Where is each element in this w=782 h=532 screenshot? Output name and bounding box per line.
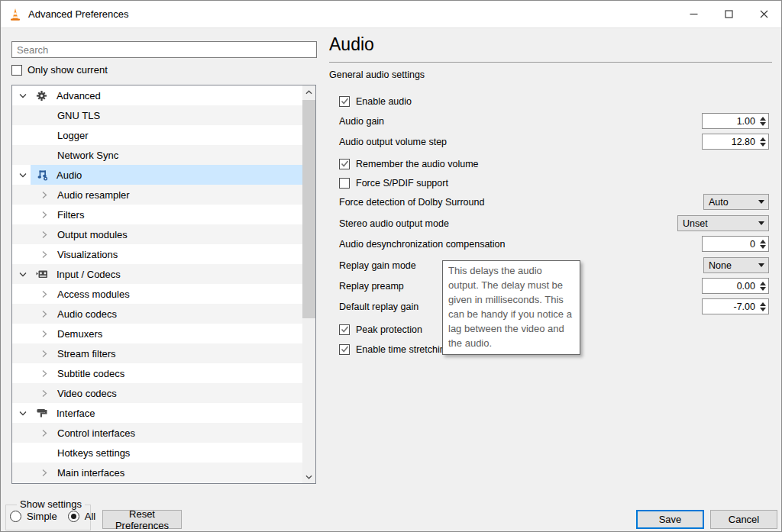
expander-chevron-right-icon[interactable] — [39, 429, 50, 437]
tree-item-logger[interactable]: Logger — [12, 125, 302, 145]
dropdown-value: Auto — [704, 197, 755, 208]
tree-scrollbar[interactable] — [302, 85, 315, 483]
tree-item-advanced[interactable]: Advanced — [12, 85, 302, 105]
expander-chevron-right-icon[interactable] — [39, 469, 50, 477]
tree-item-main-interfaces[interactable]: Main interfaces — [12, 463, 302, 482]
checkbox-checked-box[interactable] — [339, 96, 350, 107]
tree-item-stream-filters[interactable]: Stream filters — [12, 343, 302, 363]
tree-item-video-codecs[interactable]: Video codecs — [12, 383, 302, 403]
spin-down-icon[interactable] — [760, 122, 766, 126]
spinbox-audio-desynchronization-compensation[interactable]: 0 — [702, 236, 769, 252]
expander-chevron-right-icon[interactable] — [39, 369, 50, 378]
maximize-icon — [725, 10, 733, 18]
spinbox-value: 1.00 — [703, 116, 758, 127]
spin-down-icon[interactable] — [760, 308, 766, 311]
checkbox-checked-box[interactable] — [339, 324, 350, 335]
scroll-up-button[interactable] — [302, 85, 315, 98]
audio-icon — [35, 169, 48, 182]
checkbox-enable-audio[interactable]: Enable audio — [339, 93, 769, 110]
expander-chevron-right-icon[interactable] — [39, 250, 50, 259]
close-button[interactable] — [746, 1, 781, 27]
tree-item-label: Stream filters — [57, 348, 116, 360]
expander-chevron-right-icon[interactable] — [39, 211, 50, 219]
minimize-button[interactable] — [676, 1, 711, 27]
spin-up-icon[interactable] — [760, 302, 766, 306]
spinbox-default-replay-gain[interactable]: -7.00 — [702, 298, 769, 314]
tree-item-label: Main interfaces — [57, 467, 124, 479]
radio-simple[interactable]: Simple — [10, 511, 57, 522]
vlc-cone-icon — [8, 8, 22, 21]
tree-item-control-interfaces[interactable]: Control interfaces — [12, 423, 302, 443]
setting-label: Force detection of Dolby Surround — [339, 197, 484, 208]
tree-item-label: Visualizations — [57, 249, 118, 260]
spinbox-audio-output-volume-step[interactable]: 12.80 — [702, 134, 769, 150]
tree-item-label: Output modules — [57, 229, 128, 240]
tree-item-subtitle-codecs[interactable]: Subtitle codecs — [12, 363, 302, 383]
preferences-window: Advanced Preferences Only show current A… — [0, 0, 782, 532]
only-show-current-checkbox[interactable]: Only show current — [11, 64, 108, 76]
spin-up-icon[interactable] — [760, 137, 766, 141]
checkbox-box — [11, 65, 22, 76]
scroll-down-button[interactable] — [302, 470, 315, 483]
checkbox-checked-box[interactable] — [339, 344, 350, 355]
tree-item-label: Audio resampler — [57, 189, 130, 201]
spin-down-icon[interactable] — [760, 143, 766, 147]
setting-label: Replay preamp — [339, 281, 404, 292]
checkbox-unchecked-box[interactable] — [339, 178, 350, 189]
expander-chevron-right-icon[interactable] — [39, 330, 50, 338]
checkbox-force-s-pdif-support[interactable]: Force S/PDIF support — [339, 175, 769, 192]
spin-up-icon[interactable] — [760, 117, 766, 121]
tree-item-filters[interactable]: Filters — [12, 205, 302, 224]
tree-item-label: Filters — [57, 209, 84, 221]
expander-chevron-down-icon[interactable] — [18, 272, 28, 277]
tree-item-audio-codecs[interactable]: Audio codecs — [12, 304, 302, 324]
save-button[interactable]: Save — [636, 510, 704, 529]
spin-up-icon[interactable] — [760, 282, 766, 285]
tree-item-visualizations[interactable]: Visualizations — [12, 244, 302, 264]
radio-all[interactable]: All — [68, 511, 95, 522]
spinbox-replay-preamp[interactable]: 0.00 — [702, 278, 769, 294]
tree-item-label: Access modules — [57, 289, 130, 300]
radio-all-label: All — [85, 511, 95, 522]
cancel-button[interactable]: Cancel — [710, 510, 777, 529]
reset-preferences-button[interactable]: Reset Preferences — [102, 510, 182, 529]
scroll-thumb[interactable] — [302, 100, 315, 318]
tree-item-hotkeys-settings[interactable]: Hotkeys settings — [12, 443, 302, 463]
expander-chevron-down-icon[interactable] — [18, 172, 28, 178]
expander-chevron-down-icon[interactable] — [18, 93, 28, 98]
spinbox-audio-gain[interactable]: 1.00 — [702, 113, 769, 129]
setting-label: Audio desynchronization compensation — [339, 239, 506, 250]
expander-chevron-right-icon[interactable] — [39, 350, 50, 358]
tree-item-interface[interactable]: Interface — [12, 403, 302, 423]
tree-item-access-modules[interactable]: Access modules — [12, 284, 302, 304]
checkbox-checked-box[interactable] — [339, 159, 350, 169]
tree-item-playlist[interactable]: Playlist — [12, 482, 302, 484]
tree-item-audio[interactable]: Audio — [12, 165, 302, 185]
tree-item-label: Subtitle codecs — [57, 368, 124, 379]
spin-down-icon[interactable] — [760, 287, 766, 291]
spin-down-icon[interactable] — [760, 245, 766, 249]
setting-row-audio-output-volume-step: Audio output volume step12.80 — [339, 134, 769, 150]
dropdown-replay-gain-mode[interactable]: None — [703, 257, 769, 273]
dropdown-stereo-audio-output-mode[interactable]: Unset — [677, 215, 769, 231]
tree-item-gnu-tls[interactable]: GNU TLS — [12, 105, 302, 125]
expander-chevron-right-icon[interactable] — [39, 310, 50, 318]
tree-item-demuxers[interactable]: Demuxers — [12, 324, 302, 343]
expander-chevron-down-icon[interactable] — [18, 411, 28, 416]
radio-simple-label: Simple — [27, 511, 57, 522]
spin-up-icon[interactable] — [760, 240, 766, 243]
tree-item-network-sync[interactable]: Network Sync — [12, 145, 302, 165]
checkbox-remember-the-audio-volume[interactable]: Remember the audio volume — [339, 156, 769, 172]
search-input[interactable] — [11, 41, 317, 58]
maximize-button[interactable] — [711, 1, 746, 27]
tree-item-label: Input / Codecs — [57, 269, 121, 280]
tree-item-output-modules[interactable]: Output modules — [12, 224, 302, 244]
tree-item-label: GNU TLS — [57, 110, 100, 121]
expander-chevron-right-icon[interactable] — [39, 191, 50, 199]
tree-item-input-codecs[interactable]: Input / Codecs — [12, 264, 302, 284]
expander-chevron-right-icon[interactable] — [39, 231, 50, 239]
dropdown-force-detection-of-dolby-surround[interactable]: Auto — [703, 194, 769, 210]
expander-chevron-right-icon[interactable] — [39, 389, 50, 398]
expander-chevron-right-icon[interactable] — [39, 290, 50, 298]
tree-item-audio-resampler[interactable]: Audio resampler — [12, 185, 302, 205]
